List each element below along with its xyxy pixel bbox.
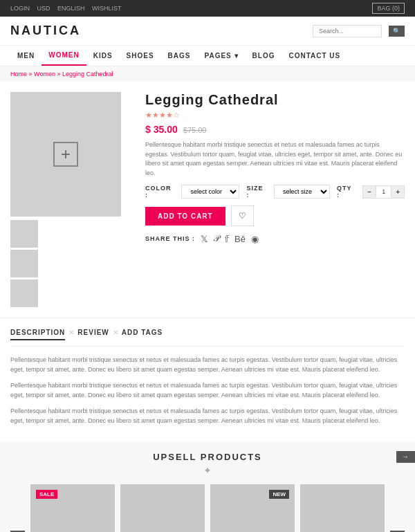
header: NAUTICA 🔍	[0, 17, 415, 46]
breadcrumb-current: Legging Cathedral	[62, 71, 113, 77]
product-info: Legging Cathedral ★★★★☆ $ 35.00 $75.00 P…	[145, 92, 405, 307]
instagram-icon[interactable]: ◉	[251, 234, 259, 244]
breadcrumb-sep2: »	[57, 71, 60, 77]
upsell-title: UPSELL PRODUCTS	[10, 452, 405, 462]
nav-bags[interactable]: BAGS	[161, 46, 198, 65]
breadcrumb-sep1: »	[29, 71, 33, 77]
tab-review[interactable]: REVIEW	[77, 329, 109, 340]
upsell-image-1[interactable]: SALE	[30, 484, 115, 532]
size-label: SIZE :	[246, 185, 267, 199]
sale-badge: SALE	[36, 490, 57, 499]
qty-increase[interactable]: +	[391, 186, 404, 198]
header-right: 🔍	[313, 25, 405, 37]
wishlist-link[interactable]: WISHLIST	[92, 5, 122, 12]
qty-decrease[interactable]: −	[363, 186, 376, 198]
upsell-section: UPSELL PRODUCTS ✦ ◄ SALE ★★★★☆ Legging C…	[0, 441, 415, 532]
scroll-top-button[interactable]: ↑	[396, 451, 415, 463]
wishlist-button[interactable]: ♡	[231, 205, 254, 226]
nav-men[interactable]: MEN	[10, 46, 42, 65]
breadcrumb-women[interactable]: Women	[34, 71, 55, 77]
color-select[interactable]: select color	[181, 185, 239, 199]
nav-blog[interactable]: BLOG	[246, 46, 282, 65]
pinterest-icon[interactable]: 𝒫	[213, 233, 219, 244]
upsell-image-3[interactable]: NEW 🛒 ♡ 👁	[210, 484, 295, 532]
main-nav: MEN WOMEN KIDS SHOES BAGS PAGES ▾ BLOG C…	[0, 46, 415, 66]
twitter-icon[interactable]: 𝕏	[201, 234, 208, 244]
tab-paragraph-3: Pellentesque habitant morbi tristique se…	[10, 406, 405, 426]
main-product-image[interactable]: +	[10, 92, 121, 217]
breadcrumb: Home » Women » Legging Cathedral	[0, 66, 415, 82]
nav-kids[interactable]: KIDS	[86, 46, 120, 65]
product-description: Pellentesque habitant morbi tristique se…	[145, 140, 405, 178]
top-bar: LOGIN USD ENGLISH WISHLIST BAG (0)	[0, 0, 415, 17]
price-old: $75.00	[183, 126, 207, 134]
share-row: SHARE THIS : 𝕏 𝒫 𝕗 Bē ◉	[145, 233, 405, 244]
upsell-divider: ✦	[10, 465, 405, 476]
upsell-item-2: ★★★★☆ Legging Cathedral $ 35.00	[120, 484, 205, 532]
product-images: +	[10, 92, 135, 307]
qty-label: QTY :	[337, 185, 356, 199]
upsell-image-2[interactable]	[120, 484, 205, 532]
nav-women[interactable]: WOMEN	[42, 46, 86, 66]
price-section: $ 35.00 $75.00	[145, 124, 405, 135]
tab-add-tags[interactable]: ADD TAGS	[122, 329, 163, 340]
zoom-icon: +	[53, 142, 78, 167]
thumbnail-list	[10, 220, 135, 307]
upsell-items: SALE ★★★★☆ Legging Cathedral $ 35.00 ★★★…	[30, 484, 385, 532]
thumbnail-1[interactable]	[10, 220, 38, 248]
tab-sep-2: ✕	[113, 329, 118, 340]
thumbnail-2[interactable]	[10, 250, 38, 277]
breadcrumb-home[interactable]: Home	[10, 71, 27, 77]
language-selector[interactable]: ENGLISH	[57, 5, 85, 12]
behance-icon[interactable]: Bē	[234, 234, 246, 244]
nav-contact[interactable]: CONTACT US	[282, 46, 347, 65]
upsell-item-3: NEW 🛒 ♡ 👁 ★★★★☆ Legging Cathedral $ 35.0…	[210, 484, 295, 532]
product-stars: ★★★★☆	[145, 111, 405, 120]
share-label: SHARE THIS :	[145, 235, 195, 242]
size-select[interactable]: select size	[274, 185, 330, 199]
color-row: COLOR : select color SIZE : select size …	[145, 185, 405, 199]
nav-pages[interactable]: PAGES ▾	[198, 46, 246, 65]
tab-paragraph-1: Pellentesque habitant morbi tristique se…	[10, 355, 405, 375]
top-bar-right: BAG (0)	[372, 3, 405, 14]
upsell-item-4: ★★★★☆ Legging Cathedral $ 35.00	[300, 484, 385, 532]
site-logo[interactable]: NAUTICA	[10, 24, 81, 38]
product-section: + Legging Cathedral ★★★★☆ $ 35.00 $75.00…	[0, 82, 415, 318]
thumbnail-3[interactable]	[10, 279, 38, 307]
new-badge: NEW	[269, 490, 289, 499]
nav-shoes[interactable]: SHOES	[120, 46, 161, 65]
tab-description[interactable]: DESCRIPTION	[10, 329, 65, 340]
tab-sep-1: ✕	[68, 329, 74, 340]
add-to-cart-button[interactable]: ADD TO CART	[145, 207, 225, 226]
bag-button[interactable]: BAG (0)	[372, 3, 405, 14]
price-new: $ 35.00	[145, 124, 178, 135]
currency-selector[interactable]: USD	[37, 5, 50, 12]
login-link[interactable]: LOGIN	[10, 5, 30, 12]
product-title: Legging Cathedral	[145, 92, 405, 108]
upsell-grid: ◄ SALE ★★★★☆ Legging Cathedral $ 35.00 ★…	[10, 484, 405, 532]
search-input[interactable]	[313, 25, 382, 37]
color-label: COLOR :	[145, 185, 174, 199]
qty-value: 1	[376, 186, 391, 197]
tab-content: Pellentesque habitant morbi tristique se…	[10, 355, 405, 425]
upsell-image-4[interactable]	[300, 484, 385, 532]
search-button[interactable]: 🔍	[389, 26, 405, 37]
quantity-stepper: − 1 +	[362, 185, 405, 199]
tabs-bar: DESCRIPTION ✕ REVIEW ✕ ADD TAGS	[10, 329, 405, 347]
upsell-item-1: SALE ★★★★☆ Legging Cathedral $ 35.00	[30, 484, 115, 532]
top-bar-left: LOGIN USD ENGLISH WISHLIST	[10, 5, 127, 12]
tabs-section: DESCRIPTION ✕ REVIEW ✕ ADD TAGS Pellente…	[0, 318, 415, 441]
tab-paragraph-2: Pellentesque habitant morbi tristique se…	[10, 380, 405, 401]
facebook-icon[interactable]: 𝕗	[225, 234, 229, 244]
add-to-cart-row: ADD TO CART ♡	[145, 205, 405, 226]
